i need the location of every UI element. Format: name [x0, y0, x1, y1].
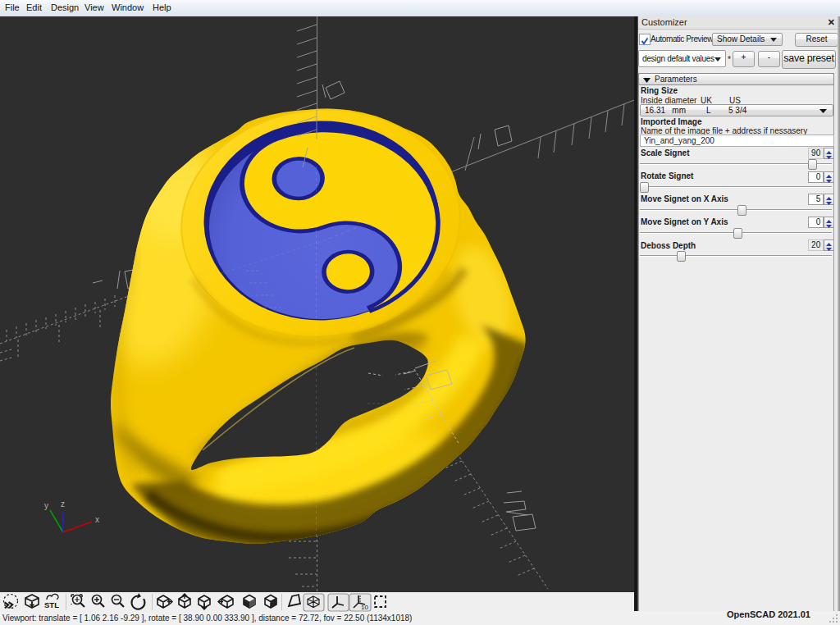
svg-text:z: z	[61, 500, 65, 509]
svg-text:10: 10	[361, 604, 368, 611]
svg-text:x: x	[95, 515, 99, 524]
svg-text:STL: STL	[44, 600, 59, 609]
svg-text:y: y	[44, 501, 48, 510]
